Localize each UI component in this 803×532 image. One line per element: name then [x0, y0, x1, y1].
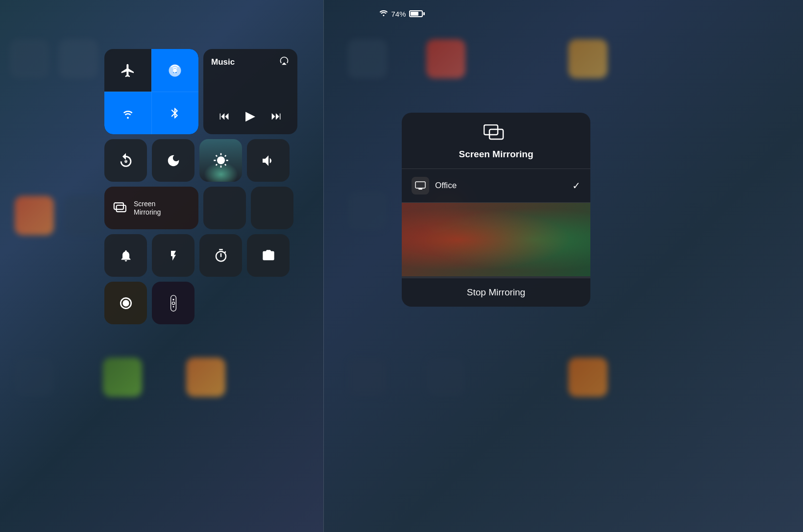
control-center: Music ⏮ ▶ ⏭: [104, 49, 300, 329]
cc-row-1: Music ⏮ ▶ ⏭: [104, 49, 300, 134]
camera-button[interactable]: [247, 234, 290, 277]
svg-point-8: [172, 302, 174, 304]
wifi-icon: [378, 9, 388, 19]
battery-percent: 74%: [391, 10, 406, 18]
bell-icon: [119, 248, 133, 263]
timer-button[interactable]: [199, 234, 242, 277]
flashlight-icon: [168, 248, 179, 264]
status-bar: 74%: [378, 9, 424, 19]
wifi-toggle-button[interactable]: [104, 92, 151, 134]
brightness-slider[interactable]: [199, 139, 242, 182]
screen-mirroring-button[interactable]: ScreenMirroring: [104, 187, 198, 229]
remote-icon: [168, 294, 179, 312]
stop-mirroring-label: Stop Mirroring: [467, 287, 525, 298]
timer-icon: [214, 248, 228, 263]
airdrop-icon: [168, 63, 182, 78]
bluetooth-button[interactable]: [151, 92, 198, 134]
volume-icon: [261, 153, 276, 169]
mirror-divider-3: [402, 276, 590, 277]
svg-rect-13: [418, 189, 422, 190]
mirror-device-name: Office: [435, 181, 566, 191]
svg-rect-12: [415, 182, 425, 188]
cc-row-5: [104, 282, 300, 324]
airplay-music-icon[interactable]: [279, 56, 290, 68]
svg-point-5: [122, 300, 129, 306]
mirror-device-blurry-area: [402, 203, 590, 276]
placeholder-tile-2: [251, 187, 293, 229]
music-next-button[interactable]: ⏭: [271, 110, 282, 122]
moon-icon: [166, 153, 181, 168]
appletv-icon: [412, 177, 429, 194]
battery-icon: [409, 10, 425, 17]
music-title: Music: [211, 57, 235, 67]
cc-row-4: [104, 234, 300, 277]
music-controls: ⏮ ▶ ⏭: [211, 108, 290, 127]
flashlight-button[interactable]: [152, 234, 195, 277]
music-tile[interactable]: Music ⏮ ▶ ⏭: [203, 49, 297, 134]
connectivity-group[interactable]: [104, 49, 198, 134]
music-title-row: Music: [211, 56, 290, 68]
svg-rect-3: [117, 205, 126, 212]
svg-rect-6: [170, 295, 176, 311]
panel-divider: [323, 0, 324, 532]
mirror-checkmark: ✓: [572, 180, 581, 192]
rotation-icon: [118, 152, 134, 169]
mirror-popup-icon: [484, 124, 509, 144]
wifi-toggle-icon: [121, 106, 135, 121]
airplane-icon: [120, 63, 136, 78]
screen-mirroring-popup: Screen Mirroring Office ✓ Stop Mirroring: [402, 113, 590, 307]
screen-mirroring-label: ScreenMirroring: [134, 200, 161, 217]
do-not-disturb-button[interactable]: [152, 139, 195, 182]
bluetooth-icon: [169, 106, 181, 121]
record-icon: [118, 295, 134, 311]
camera-icon: [261, 249, 276, 263]
apple-tv-remote-button[interactable]: [152, 282, 195, 324]
airplane-mode-button[interactable]: [104, 49, 151, 92]
rotation-lock-button[interactable]: [104, 139, 147, 182]
volume-slider[interactable]: [247, 139, 290, 182]
svg-point-7: [172, 299, 174, 301]
mirror-device-row[interactable]: Office ✓: [402, 169, 590, 202]
mirror-popup-title: Screen Mirroring: [459, 149, 533, 160]
cc-row-2: [104, 139, 300, 182]
music-prev-button[interactable]: ⏮: [219, 110, 230, 122]
stop-mirroring-button[interactable]: Stop Mirroring: [402, 278, 590, 307]
airdrop-button[interactable]: [151, 49, 198, 92]
mirror-popup-header: Screen Mirroring: [402, 113, 590, 169]
notification-button[interactable]: [104, 234, 147, 277]
placeholder-tile-1: [203, 187, 246, 229]
mirror-popup-icon-container: [484, 124, 509, 144]
brightness-icon: [213, 153, 229, 169]
cc-row-3: ScreenMirroring: [104, 187, 300, 229]
music-play-button[interactable]: ▶: [245, 108, 255, 123]
svg-rect-14: [417, 188, 423, 189]
svg-rect-2: [114, 203, 123, 209]
svg-point-9: [172, 306, 174, 307]
screen-record-button[interactable]: [104, 282, 147, 324]
screen-mirror-icon: [113, 202, 128, 214]
